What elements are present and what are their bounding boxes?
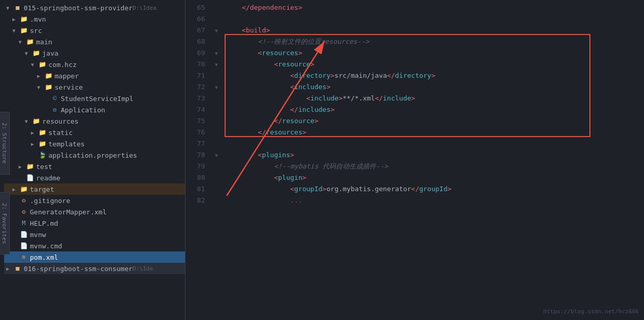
item-label: mapper [55,72,79,80]
fold-marker [211,195,222,206]
resources-folder[interactable]: ▼ 📁 resources [4,115,185,127]
project-name: 016-springboot-ssm-consumer [24,265,132,273]
xml-tag: groupId [294,183,323,195]
code-line-77 [222,138,644,149]
project-sidebar: 2: Structure 2: Favorites ▼ ■ 015-spring… [0,0,185,320]
expand-arrow: ▶ [6,266,12,272]
xml-tag: </ [387,70,395,81]
fold-marker [211,183,222,195]
generator-mapper-xml[interactable]: ▶ ⚙ GeneratorMapper.xml [4,206,185,217]
folder-icon: ■ [13,264,22,273]
item-label: java [42,49,58,57]
readme-file[interactable]: ▶ 📄 readme [4,172,185,183]
main-folder[interactable]: ▼ 📁 main [4,36,185,47]
xml-tag: > [314,115,318,127]
structure-tab[interactable]: 2: Structure [0,112,10,174]
line-num: 66 [185,13,205,25]
fold-marker [211,104,222,115]
file-icon: 📄 [26,174,34,182]
folder-icon: 📁 [44,83,53,91]
file-tree: ▼ ■ 015-springboot-ssm-provider D:\Idea … [0,0,185,276]
java-file-icon: ⚙ [50,106,59,114]
application-properties[interactable]: ▶ 🍃 application.properties [4,149,185,161]
xml-tag: > [327,81,331,93]
line-num: 82 [185,195,205,206]
xml-tag: resources [262,47,298,59]
code-content[interactable]: </dependencies> <build> <!--映射文件的位置resou… [222,0,644,320]
expand-arrow: ▶ [12,16,19,22]
code-line-68: <!--映射文件的位置resources--> [222,36,644,47]
item-label: GeneratorMapper.xml [30,208,107,216]
mvn-folder[interactable]: ▶ 📁 .mvn [4,13,185,25]
xml-tag: includes [294,81,327,93]
student-service-impl[interactable]: ▶ © StudentServiceImpl [4,93,185,104]
folder-icon: 📁 [20,26,28,35]
line-num: 77 [185,138,205,149]
item-label: mvnw [30,231,46,239]
code-line-74: </includes> [222,104,644,115]
help-md[interactable]: ▶ M HELP.md [4,217,185,229]
favorites-tab[interactable]: 2: Favorites [0,192,10,255]
folder-icon: ■ [13,4,22,12]
expand-arrow: ▶ [12,187,19,192]
service-folder[interactable]: ▼ 📁 service [4,81,185,93]
xml-tag: > [302,172,307,183]
xml-tag: build [246,25,266,36]
line-num: 78 [185,149,205,161]
expand-arrow: ▶ [31,130,37,136]
mvnw-cmd-file[interactable]: ▶ 📄 mvnw.cmd [4,240,185,251]
xml-tag: > [331,70,335,81]
xml-tag: < [226,47,262,59]
fold-marker[interactable]: ▼ [211,25,222,36]
code-line-71: <directory>src/main/java</directory> [222,70,644,81]
line-num: 74 [185,104,205,115]
static-folder[interactable]: ▶ 📁 static [4,127,185,138]
properties-file-icon: 🍃 [38,151,46,159]
test-folder[interactable]: ▶ 📁 test [4,161,185,172]
code-line-76: </resources> [222,127,644,138]
expand-arrow: ▼ [25,50,31,56]
fold-marker[interactable]: ▼ [211,149,222,161]
expand-arrow: ▼ [25,119,31,124]
xml-tag: </ [226,115,282,127]
fold-marker [211,93,222,104]
xml-tag: directory [395,70,431,81]
second-project-root[interactable]: ▶ ■ 016-springboot-ssm-consumer D:\Ide [4,263,185,274]
target-folder[interactable]: ▶ 📁 target [4,183,185,195]
package-folder[interactable]: ▼ 📁 com.hcz [4,59,185,70]
fold-marker [211,115,222,127]
xml-tag: include [383,93,411,104]
mapper-folder[interactable]: ▶ 📁 mapper [4,70,185,81]
line-num: 68 [185,36,205,47]
fold-marker [211,127,222,138]
xml-tag: < [226,25,246,36]
fold-marker[interactable] [211,2,222,13]
item-label: target [30,186,54,193]
md-file-icon: M [20,219,28,227]
code-line-79: <!--mybatis 代码自动生成插件--> [222,161,644,172]
item-label: readme [36,174,60,182]
xml-tag: </ [226,127,266,138]
application-file[interactable]: ▶ ⚙ Application [4,104,185,115]
fold-marker[interactable]: ▼ [211,81,222,93]
xml-text: org.mybatis.generator [327,183,411,195]
item-label: application.properties [48,151,137,159]
pom-xml-file[interactable]: ▶ m pom.xml [4,251,185,263]
java-folder[interactable]: ▼ 📁 java [4,47,185,59]
item-label: StudentServiceImpl [61,95,133,103]
fold-marker[interactable]: ▼ [211,59,222,70]
mvnw-file[interactable]: ▶ 📄 mvnw [4,229,185,240]
fold-marker[interactable]: ▼ [211,47,222,59]
folder-icon: 📁 [38,60,46,69]
code-line-73: <include>**/*.xml</include> [222,93,644,104]
expand-arrow: ▼ [6,5,12,11]
pom-xml-icon: m [20,253,28,261]
project-root[interactable]: ▼ ■ 015-springboot-ssm-provider D:\Idea [4,2,185,13]
expand-arrow: ▼ [31,62,37,68]
xml-tag: > [298,2,302,13]
templates-folder[interactable]: ▶ 📁 templates [4,138,185,149]
item-label: .mvn [30,15,46,23]
src-folder[interactable]: ▼ 📁 src [4,25,185,36]
gitignore-file[interactable]: ▶ ⚙ .gitignore [4,195,185,206]
code-line-81: <groupId>org.mybatis.generator</groupId> [222,183,644,195]
